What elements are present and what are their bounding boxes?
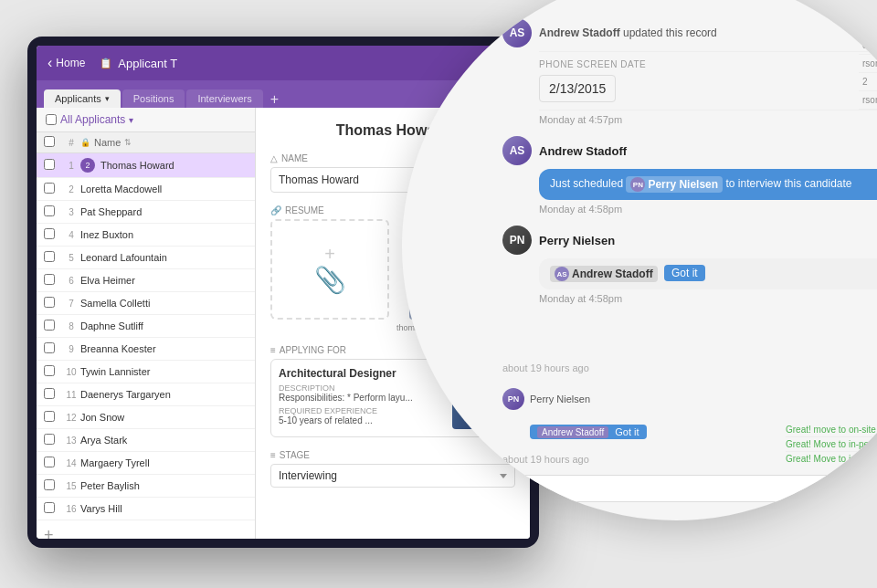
row-checkbox[interactable] bbox=[44, 183, 55, 194]
list-item[interactable]: 11 Daenerys Targaryen bbox=[37, 383, 255, 406]
row-checkbox[interactable] bbox=[44, 434, 55, 445]
clip-icon: 📎 bbox=[314, 265, 346, 295]
list-item[interactable]: 2 Loretta Macdowell bbox=[37, 178, 255, 201]
activity-andrew-time: Monday at 4:58pm bbox=[539, 204, 877, 215]
header-icon: 📋 bbox=[100, 58, 112, 69]
row-checkbox[interactable] bbox=[44, 251, 55, 262]
home-button[interactable]: Home bbox=[48, 55, 85, 71]
row-checkbox[interactable] bbox=[44, 342, 55, 353]
row-checkbox[interactable] bbox=[44, 159, 55, 170]
tab-applicants-chevron: ▾ bbox=[105, 94, 110, 103]
row-checkbox[interactable] bbox=[44, 388, 55, 399]
list-item[interactable]: 15 Peter Baylish bbox=[37, 475, 255, 498]
name-icon: △ bbox=[270, 153, 278, 163]
list-item[interactable]: 12 Jon Snow bbox=[37, 406, 255, 429]
list-item[interactable]: 6 Elva Heimer bbox=[37, 269, 255, 292]
home-label: Home bbox=[56, 57, 85, 69]
applying-desc-label: DESCRIPTION bbox=[279, 383, 445, 393]
row-checkbox[interactable] bbox=[44, 228, 55, 239]
row-name: Margaery Tyrell bbox=[80, 457, 248, 468]
tab-interviewers-label: Interviewers bbox=[197, 93, 251, 104]
list-item[interactable]: 7 Samella Colletti bbox=[37, 292, 255, 315]
got-it-badge: Got it bbox=[664, 265, 705, 281]
row-name: Leonard Lafountain bbox=[80, 252, 248, 263]
filter-row[interactable]: All Applicants ▾ bbox=[37, 108, 255, 132]
list-item[interactable]: 13 Arya Stark bbox=[37, 429, 255, 452]
activity-perry-reply: PN Perry Nielsen AS Andrew Stadoff Got i… bbox=[502, 226, 877, 304]
edge-cell-5: 2 bbox=[859, 73, 877, 91]
row-number: 6 bbox=[62, 276, 80, 286]
plus-icon: + bbox=[324, 244, 335, 265]
row-number: 4 bbox=[62, 230, 80, 240]
row-number: 3 bbox=[62, 207, 80, 217]
row-name: Pat Sheppard bbox=[80, 206, 248, 217]
activity-update-time: Monday at 4:57pm bbox=[539, 114, 877, 125]
row-number: 8 bbox=[62, 321, 80, 331]
edge-cell-6: rson... bbox=[859, 91, 877, 110]
applicant-list[interactable]: 1 2 Thomas Howard 2 Loretta Macdowell 3 … bbox=[37, 153, 255, 539]
tab-positions[interactable]: Positions bbox=[122, 89, 185, 108]
row-checkbox[interactable] bbox=[44, 365, 55, 376]
row-badge: 2 bbox=[80, 158, 95, 173]
row-number: 10 bbox=[62, 367, 80, 377]
green-notif-3: Great! Move to in-person... bbox=[786, 452, 877, 466]
row-number: 15 bbox=[62, 481, 80, 491]
list-item[interactable]: 5 Leonard Lafountain bbox=[37, 247, 255, 269]
list-item[interactable]: 3 Pat Sheppard bbox=[37, 201, 255, 224]
edge-cell-2: Sara... bbox=[859, 18, 877, 37]
activity-andrew-message: AS Andrew Stadoff Just scheduled PN Perr… bbox=[502, 136, 877, 215]
filter-checkbox[interactable] bbox=[46, 114, 57, 125]
mention-andrew: AS Andrew Stadoff bbox=[550, 266, 658, 282]
row-name: Daphne Sutliff bbox=[80, 320, 248, 331]
list-item[interactable]: 8 Daphne Sutliff bbox=[37, 315, 255, 338]
activity-perry-time: Monday at 4:58pm bbox=[539, 293, 877, 304]
green-notif-1: Great! move to on-site bbox=[786, 423, 877, 437]
resume-upload-area[interactable]: + 📎 bbox=[270, 219, 389, 320]
row-number: 7 bbox=[62, 299, 80, 309]
list-item[interactable]: 4 Inez Buxton bbox=[37, 224, 255, 247]
header-title: 📋 Applicant T bbox=[100, 57, 519, 70]
row-checkbox[interactable] bbox=[44, 320, 55, 331]
tab-add-button[interactable]: + bbox=[265, 91, 284, 108]
row-checkbox[interactable] bbox=[44, 457, 55, 467]
row-name: Thomas Howard bbox=[100, 160, 248, 171]
row-number: 16 bbox=[62, 504, 80, 514]
edge-cell-4: rson... bbox=[859, 55, 877, 73]
chat-input-area[interactable]: @ bbox=[493, 475, 877, 502]
notif-avatar-1: PN bbox=[502, 388, 524, 410]
list-item[interactable]: 9 Breanna Koester bbox=[37, 338, 255, 361]
notif-gotit-1: Andrew Stadoff Got it bbox=[530, 425, 647, 439]
list-item[interactable]: 10 Tywin Lannister bbox=[37, 361, 255, 383]
row-checkbox[interactable] bbox=[44, 411, 55, 422]
row-number: 11 bbox=[62, 390, 80, 400]
row-number: 13 bbox=[62, 436, 80, 446]
row-number: 2 bbox=[62, 184, 80, 194]
row-number: 14 bbox=[62, 458, 80, 468]
name-col-header[interactable]: 🔒 Name ⇅ bbox=[80, 137, 248, 148]
row-checkbox[interactable] bbox=[44, 274, 55, 285]
row-name: Elva Heimer bbox=[80, 275, 248, 286]
notif-text-1: Perry Nielsen bbox=[530, 394, 590, 404]
select-all-checkbox[interactable] bbox=[44, 136, 55, 147]
name-col-label: Name bbox=[94, 137, 121, 148]
right-edge-column: in-... Sara... e rson... 2 rson... bbox=[859, 0, 877, 110]
filter-label: All Applicants bbox=[60, 113, 125, 126]
row-checkbox[interactable] bbox=[44, 502, 55, 513]
list-item[interactable]: 16 Varys Hill bbox=[37, 498, 255, 520]
add-applicant-button[interactable]: + bbox=[37, 520, 255, 539]
applying-icon: ≡ bbox=[270, 345, 276, 355]
row-checkbox[interactable] bbox=[44, 297, 55, 308]
stage-section: ≡ STAGE Interviewing bbox=[270, 450, 515, 488]
row-number: 12 bbox=[62, 413, 80, 423]
tab-applicants[interactable]: Applicants ▾ bbox=[44, 89, 121, 108]
tab-interviewers[interactable]: Interviewers bbox=[186, 89, 262, 108]
stage-select[interactable]: Interviewing bbox=[270, 464, 515, 488]
row-checkbox[interactable] bbox=[44, 479, 55, 490]
edge-cell-1: in-... bbox=[859, 0, 877, 18]
list-item[interactable]: 1 2 Thomas Howard bbox=[37, 153, 255, 178]
ago-label-1: about 19 hours ago bbox=[502, 362, 877, 373]
row-number: 5 bbox=[62, 253, 80, 263]
list-item[interactable]: 14 Margaery Tyrell bbox=[37, 452, 255, 475]
applying-exp-value: 5-10 years of related ... bbox=[279, 415, 445, 425]
row-checkbox[interactable] bbox=[44, 205, 55, 216]
